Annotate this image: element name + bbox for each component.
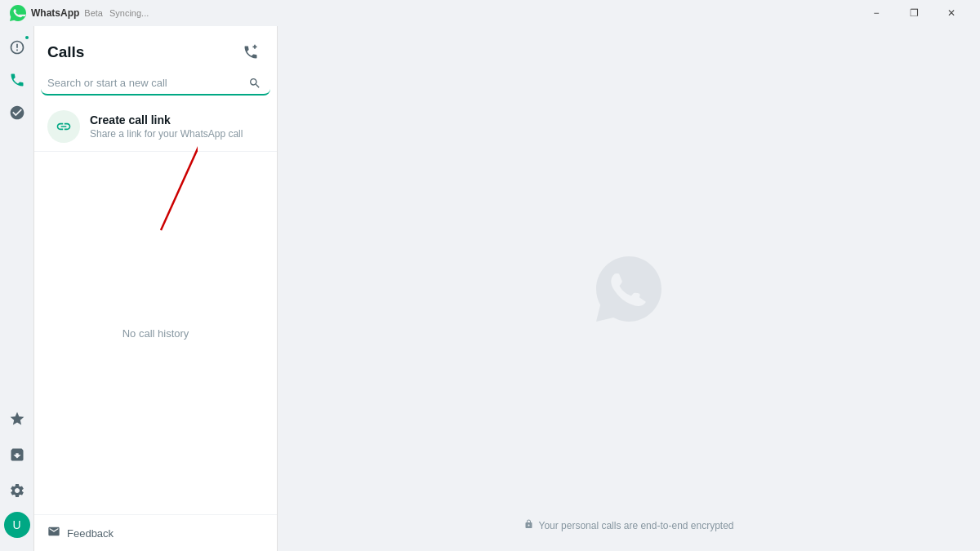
communities-icon bbox=[9, 104, 25, 121]
sidebar-bottom: U bbox=[2, 404, 32, 544]
status-badge bbox=[24, 34, 30, 41]
search-submit-button[interactable] bbox=[246, 74, 264, 92]
sidebar-item-calls[interactable] bbox=[2, 65, 32, 95]
minimize-button[interactable]: − bbox=[858, 0, 895, 26]
calls-icon bbox=[9, 72, 25, 88]
create-call-link-subtitle: Share a link for your WhatsApp call bbox=[90, 128, 243, 140]
encrypted-message: Your personal calls are end-to-end encry… bbox=[523, 519, 733, 531]
encrypted-text: Your personal calls are end-to-end encry… bbox=[538, 520, 733, 531]
star-icon bbox=[9, 411, 25, 427]
no-history-message: No call history bbox=[34, 152, 277, 514]
calls-title: Calls bbox=[47, 43, 84, 61]
search-icon bbox=[248, 77, 261, 90]
sidebar-item-settings[interactable] bbox=[2, 476, 32, 505]
lock-icon bbox=[523, 519, 533, 531]
calls-panel: Calls Create call bbox=[34, 26, 278, 551]
avatar[interactable]: U bbox=[4, 512, 30, 538]
settings-icon bbox=[9, 482, 25, 499]
new-call-button[interactable] bbox=[238, 39, 264, 65]
restore-button[interactable]: ❐ bbox=[895, 0, 933, 26]
watermark bbox=[596, 256, 662, 322]
status-icon bbox=[9, 39, 25, 56]
create-call-link[interactable]: Create call link Share a link for your W… bbox=[34, 102, 277, 152]
link-icon bbox=[56, 118, 72, 135]
titlebar: WhatsApp Beta Syncing... − ❐ ✕ bbox=[0, 0, 980, 26]
feedback-section[interactable]: Feedback bbox=[34, 514, 277, 551]
calls-header: Calls bbox=[34, 26, 277, 72]
search-input[interactable] bbox=[47, 73, 246, 92]
new-call-icon bbox=[243, 44, 259, 60]
envelope-icon bbox=[47, 525, 60, 538]
feedback-label: Feedback bbox=[67, 527, 114, 540]
sync-status: Syncing... bbox=[109, 8, 149, 18]
feedback-icon bbox=[47, 525, 60, 541]
window-controls: − ❐ ✕ bbox=[858, 0, 970, 26]
app-logo bbox=[10, 5, 26, 21]
sidebar-item-status[interactable] bbox=[2, 33, 32, 62]
app-name: WhatsApp bbox=[31, 7, 79, 19]
watermark-icon bbox=[596, 256, 662, 322]
sidebar-nav: U bbox=[0, 26, 34, 551]
link-icon-circle bbox=[47, 110, 80, 143]
search-bar bbox=[41, 72, 270, 96]
beta-label: Beta bbox=[84, 8, 103, 18]
sidebar-item-archived[interactable] bbox=[2, 440, 32, 469]
close-button[interactable]: ✕ bbox=[933, 0, 970, 26]
create-call-link-title: Create call link bbox=[90, 113, 243, 127]
sidebar-item-starred[interactable] bbox=[2, 404, 32, 433]
main-area: Your personal calls are end-to-end encry… bbox=[278, 26, 980, 551]
lock-svg bbox=[523, 519, 533, 529]
sidebar-item-communities[interactable] bbox=[2, 98, 32, 127]
archive-icon bbox=[9, 447, 25, 463]
create-call-link-text: Create call link Share a link for your W… bbox=[90, 113, 243, 140]
app-container: U Calls bbox=[0, 26, 980, 551]
